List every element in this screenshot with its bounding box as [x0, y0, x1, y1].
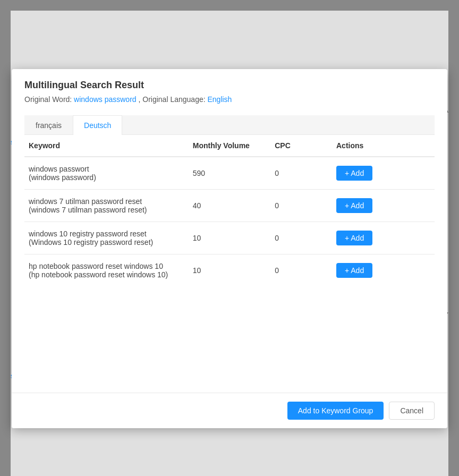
- actions-cell-1: + Add: [332, 190, 435, 222]
- col-header-volume: Monthly Volume: [189, 135, 270, 157]
- keyword-translation-3: (hp notebook password reset windows 10): [29, 270, 184, 279]
- original-language-link[interactable]: English: [207, 95, 232, 104]
- actions-cell-2: + Add: [332, 222, 435, 254]
- subtitle-mid: , Original Language:: [139, 95, 208, 104]
- keyword-text-3: hp notebook password reset windows 10: [29, 262, 184, 270]
- table-row: windows passwort (windows password) 590 …: [24, 157, 435, 190]
- volume-cell-1: 40: [189, 190, 270, 222]
- modal-subtitle: Original Word: windows password , Origin…: [24, 95, 435, 104]
- tabs-container: français Deutsch: [12, 115, 447, 135]
- add-button-0[interactable]: + Add: [336, 166, 372, 181]
- actions-cell-0: + Add: [332, 157, 435, 190]
- actions-cell-3: + Add: [332, 254, 435, 287]
- col-header-cpc: CPC: [270, 135, 332, 157]
- tab-francais[interactable]: français: [24, 115, 73, 135]
- modal-title: Multilingual Search Result: [24, 80, 435, 91]
- modal-overlay: s s A 7 Multilingual Search Result Origi…: [11, 11, 448, 476]
- cpc-cell-3: 0: [270, 254, 332, 287]
- keyword-cell-0: windows passwort (windows password): [24, 157, 189, 190]
- tabs: français Deutsch: [24, 115, 435, 135]
- keyword-text-1: windows 7 utilman password reset: [29, 197, 184, 206]
- modal-header: Multilingual Search Result Original Word…: [12, 69, 447, 109]
- volume-cell-3: 10: [189, 254, 270, 287]
- table-header-row: Keyword Monthly Volume CPC Actions: [24, 135, 435, 157]
- cpc-cell-2: 0: [270, 222, 332, 254]
- keyword-text-2: windows 10 registry password reset: [29, 230, 184, 238]
- cpc-cell-0: 0: [270, 157, 332, 190]
- volume-cell-2: 10: [189, 222, 270, 254]
- keyword-translation-0: (windows password): [29, 173, 184, 182]
- subtitle-prefix: Original Word:: [24, 95, 74, 104]
- keyword-translation-1: (windows 7 utilman password reset): [29, 206, 184, 214]
- col-header-actions: Actions: [332, 135, 435, 157]
- add-button-3[interactable]: + Add: [336, 263, 372, 278]
- cpc-cell-1: 0: [270, 190, 332, 222]
- cancel-button[interactable]: Cancel: [389, 402, 435, 420]
- modal-dialog: Multilingual Search Result Original Word…: [12, 69, 447, 428]
- results-table: Keyword Monthly Volume CPC Actions windo…: [24, 135, 435, 286]
- keyword-translation-2: (Windows 10 registry password reset): [29, 238, 184, 246]
- add-to-keyword-group-button[interactable]: Add to Keyword Group: [287, 402, 384, 420]
- table-row: hp notebook password reset windows 10 (h…: [24, 254, 435, 287]
- keyword-cell-3: hp notebook password reset windows 10 (h…: [24, 254, 189, 287]
- modal-body-spacer: [12, 286, 447, 393]
- keyword-text-0: windows passwort: [29, 165, 184, 173]
- modal-footer: Add to Keyword Group Cancel: [12, 393, 447, 428]
- table-row: windows 10 registry password reset (Wind…: [24, 222, 435, 254]
- table-container: Keyword Monthly Volume CPC Actions windo…: [12, 135, 447, 286]
- table-row: windows 7 utilman password reset (window…: [24, 190, 435, 222]
- original-word-link[interactable]: windows password: [74, 95, 137, 104]
- col-header-keyword: Keyword: [24, 135, 189, 157]
- volume-cell-0: 590: [189, 157, 270, 190]
- keyword-cell-2: windows 10 registry password reset (Wind…: [24, 222, 189, 254]
- add-button-2[interactable]: + Add: [336, 231, 372, 245]
- add-button-1[interactable]: + Add: [336, 198, 372, 213]
- tab-deutsch[interactable]: Deutsch: [73, 115, 122, 135]
- keyword-cell-1: windows 7 utilman password reset (window…: [24, 190, 189, 222]
